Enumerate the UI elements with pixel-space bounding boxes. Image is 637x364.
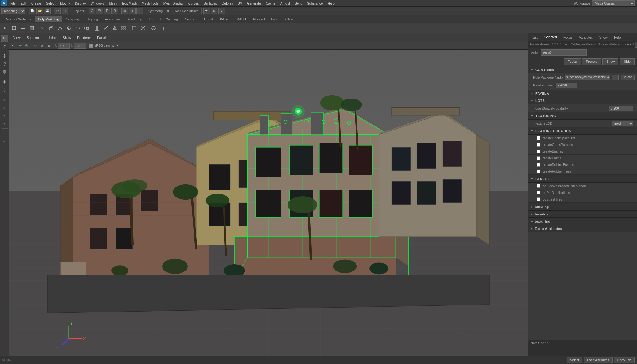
focus-btn[interactable]: Focus [564,58,581,65]
smooth-btn[interactable] [102,24,110,32]
bc-prev-btn[interactable]: ◀ [635,42,637,48]
bc-1[interactable]: EngineMaterial_1015 [530,43,559,46]
textured-btn[interactable]: ▦ [46,43,52,49]
menu-windows[interactable]: Windows [88,1,107,6]
lots-section-header[interactable]: LOTS [528,97,637,104]
tab-mash[interactable]: MASH [233,16,249,22]
camera-btn[interactable]: 📷 [203,8,210,14]
gamma-dropdown-btn[interactable]: ▼ [115,43,120,48]
texture-lod-select[interactable]: low med high [612,121,633,126]
do-dirt-checkbox[interactable] [537,191,540,194]
menu-selio[interactable]: Selio [292,1,305,6]
sculpt-btn[interactable] [149,24,158,32]
extrude-btn[interactable] [47,24,56,32]
move-tool-btn[interactable]: W [96,8,103,14]
face-mode-btn[interactable] [28,24,36,32]
rp-tab-list[interactable]: List [529,35,541,40]
vp-menu-lighting[interactable]: Lighting [43,35,59,40]
combine-btn[interactable] [82,24,91,32]
tab-rendering[interactable]: Rendering [123,16,146,22]
shaded-btn[interactable]: ◉ [39,43,45,49]
open-space-prob-input[interactable] [609,106,633,111]
open-scene-btn[interactable]: 📂 [36,8,43,14]
separate-btn[interactable] [93,24,101,32]
building-section-header[interactable]: building [528,203,637,211]
tab-custom[interactable]: Custom [181,16,200,22]
tab-curves-surfaces[interactable]: Curves / Surfaces [1,16,34,22]
menu-modify[interactable]: Modify [58,1,72,6]
create-rubber-trees-checkbox[interactable] [537,170,540,173]
rp-tab-show[interactable]: Show [596,35,611,40]
vp-scale-input[interactable] [74,43,86,49]
vp-menu-panels[interactable]: Panels [95,35,109,40]
menu-help[interactable]: Help [325,1,337,6]
menu-display[interactable]: Display [72,1,88,6]
redo-btn[interactable]: ↪ [62,8,68,14]
wireframe-btn[interactable]: ⬡ [32,43,39,49]
vp-menu-shading[interactable]: Shading [25,35,41,40]
undo-btn[interactable]: ↩ [54,8,61,14]
menu-mesh-tools[interactable]: Mesh Tools [139,1,161,6]
extra-attributes-section-header[interactable]: Extra Attributes [528,225,637,232]
soft-select-tool[interactable] [1,78,8,86]
menu-deform[interactable]: Deform [219,1,235,6]
create-bushes-checkbox[interactable] [537,150,540,153]
rp-tab-selected[interactable]: Selected [541,34,560,40]
edge-mode-btn[interactable] [19,24,27,32]
texturing-section-header[interactable]: TEXTURING [528,112,637,120]
bc-3[interactable]: serioMaterial5 [603,43,622,46]
facades-section-header[interactable]: facades [528,211,637,218]
vp-menu-show[interactable]: Show [61,35,73,40]
paint-weights-btn[interactable] [158,24,167,32]
uv-mode-btn[interactable]: UV [36,24,45,32]
tab-fx-caching[interactable]: FX Caching [157,16,181,22]
rule-package-input[interactable] [565,75,610,80]
menu-mesh-display[interactable]: Mesh Display [161,1,186,6]
viewport-options-4[interactable]: ⊠ [1,120,8,127]
select-mode-btn[interactable] [1,24,10,32]
hide-btn[interactable]: Hide [620,58,635,65]
favela-section-header[interactable]: FAVELA [528,90,637,97]
browse-rpk-btn[interactable]: ... [612,75,619,80]
snap-point-btn[interactable]: ✛ [136,8,143,14]
vertex-mode-btn[interactable] [10,24,19,32]
menu-mesh[interactable]: Mesh [106,1,120,6]
do-street-tiles-checkbox[interactable] [537,197,540,201]
tab-bifrost[interactable]: Bifrost [217,16,233,22]
vp-focus-btn[interactable]: 🔍 [24,43,30,49]
tab-rigging[interactable]: Rigging [83,16,101,22]
bc-2[interactable]: mesh_CityEngineMaterial_3 [562,43,600,46]
presets-btn[interactable]: Presets [582,58,601,65]
tab-sculpting[interactable]: Sculpting [63,16,83,22]
rp-tab-help[interactable]: Help [611,35,624,40]
reload-btn[interactable]: Reload [621,75,635,80]
tab-xgen[interactable]: XGen [281,16,296,22]
menu-select[interactable]: Select [44,1,58,6]
random-seed-input[interactable] [556,83,577,88]
app-icon[interactable]: M [1,0,7,6]
timeline-tool[interactable]: ⊸ [1,138,8,145]
mode-selector[interactable]: Modeling [1,8,25,14]
rotate-tool-btn[interactable]: E [104,8,110,14]
load-attributes-btn[interactable]: Load Attributes [584,357,612,363]
lasso-tool[interactable] [1,86,8,93]
menu-create[interactable]: Create [29,1,44,6]
menu-file[interactable]: File [8,1,18,6]
workspace-selector[interactable]: Maya Classic Modeling Sculpting UV Editi… [592,0,635,6]
rotate-tool-left[interactable] [1,60,8,68]
menu-cache[interactable]: Cache [263,1,278,6]
menu-surfaces[interactable]: Surfaces [201,1,219,6]
tab-fx[interactable]: FX [146,16,157,22]
scale-tool-left[interactable] [1,68,8,76]
snap-grid-btn[interactable]: ⊞ [121,8,128,14]
do-sidewalk-checkbox[interactable] [537,184,540,188]
menu-arnold[interactable]: Arnold [278,1,292,6]
viewport-options-1[interactable]: ⊡ [1,96,8,103]
vp-camera-btn[interactable]: 📷 [17,43,23,49]
select-bottom-btn[interactable]: Select [567,357,583,363]
triangulate-btn[interactable] [110,24,119,32]
create-rubber-bushes-checkbox[interactable] [537,163,540,167]
scale-tool-btn[interactable]: R [111,8,118,14]
menu-edit[interactable]: Edit [18,1,29,6]
bridge-btn[interactable] [73,24,82,32]
